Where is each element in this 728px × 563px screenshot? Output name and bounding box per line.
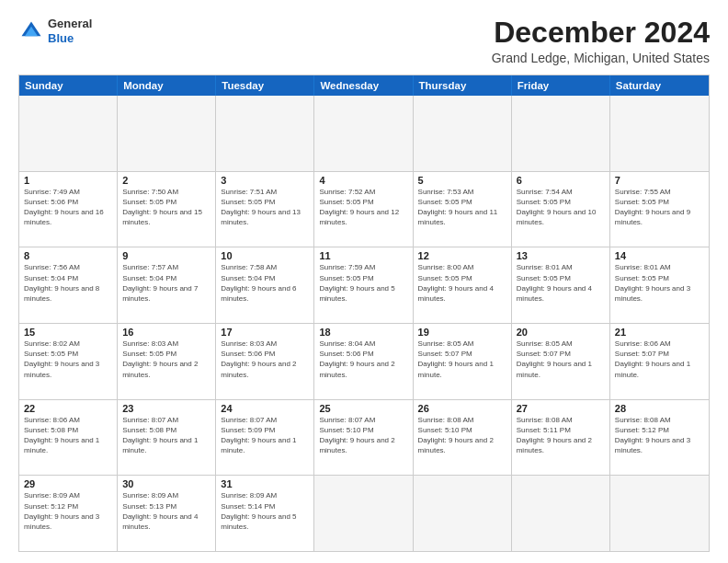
table-row: 21Sunrise: 8:06 AM Sunset: 5:07 PM Dayli… (610, 324, 709, 399)
day-number: 7 (615, 175, 704, 186)
calendar-body: 1Sunrise: 7:49 AM Sunset: 5:06 PM Daylig… (19, 96, 709, 551)
table-row: 15Sunrise: 8:02 AM Sunset: 5:05 PM Dayli… (19, 324, 118, 399)
table-row: 1Sunrise: 7:49 AM Sunset: 5:06 PM Daylig… (19, 172, 118, 247)
day-number: 10 (221, 250, 309, 261)
day-number: 30 (122, 478, 210, 489)
table-row: 23Sunrise: 8:07 AM Sunset: 5:08 PM Dayli… (118, 400, 216, 476)
day-info: Sunrise: 8:08 AM Sunset: 5:10 PM Dayligh… (418, 415, 506, 456)
calendar: Sunday Monday Tuesday Wednesday Thursday… (18, 75, 710, 552)
table-row: 10Sunrise: 7:58 AM Sunset: 5:04 PM Dayli… (216, 247, 314, 323)
day-info: Sunrise: 7:50 AM Sunset: 5:05 PM Dayligh… (122, 187, 210, 228)
day-number: 13 (517, 250, 605, 261)
day-info: Sunrise: 8:03 AM Sunset: 5:05 PM Dayligh… (122, 339, 210, 380)
day-info: Sunrise: 8:03 AM Sunset: 5:06 PM Dayligh… (221, 339, 309, 380)
table-row: 24Sunrise: 8:07 AM Sunset: 5:09 PM Dayli… (216, 400, 314, 476)
day-number: 14 (615, 250, 704, 261)
day-info: Sunrise: 7:55 AM Sunset: 5:05 PM Dayligh… (615, 187, 704, 228)
day-number: 28 (615, 403, 704, 414)
day-number: 20 (517, 327, 605, 338)
table-row (512, 476, 610, 551)
day-number: 23 (122, 403, 210, 414)
header-tuesday: Tuesday (216, 75, 314, 96)
day-info: Sunrise: 7:58 AM Sunset: 5:04 PM Dayligh… (221, 262, 309, 304)
day-info: Sunrise: 7:54 AM Sunset: 5:05 PM Dayligh… (517, 187, 605, 228)
day-number: 17 (221, 327, 309, 338)
day-number: 26 (418, 403, 506, 414)
day-number: 1 (24, 175, 112, 186)
day-info: Sunrise: 8:05 AM Sunset: 5:07 PM Dayligh… (517, 339, 605, 380)
day-info: Sunrise: 8:04 AM Sunset: 5:06 PM Dayligh… (319, 339, 407, 380)
logo-line2: Blue (48, 31, 92, 46)
day-info: Sunrise: 7:56 AM Sunset: 5:04 PM Dayligh… (24, 262, 112, 304)
header-friday: Friday (512, 75, 610, 96)
logo-line1: General (48, 17, 92, 31)
day-info: Sunrise: 7:57 AM Sunset: 5:04 PM Dayligh… (122, 262, 210, 304)
day-info: Sunrise: 7:53 AM Sunset: 5:05 PM Dayligh… (418, 187, 506, 228)
table-row (414, 476, 512, 551)
calendar-row: 15Sunrise: 8:02 AM Sunset: 5:05 PM Dayli… (19, 324, 709, 400)
day-info: Sunrise: 8:06 AM Sunset: 5:08 PM Dayligh… (24, 415, 112, 456)
day-number: 18 (319, 327, 407, 338)
table-row (314, 476, 413, 551)
day-info: Sunrise: 8:01 AM Sunset: 5:05 PM Dayligh… (615, 262, 704, 304)
table-row: 31Sunrise: 8:09 AM Sunset: 5:14 PM Dayli… (216, 476, 314, 551)
day-info: Sunrise: 8:00 AM Sunset: 5:05 PM Dayligh… (418, 262, 506, 304)
calendar-row: 1Sunrise: 7:49 AM Sunset: 5:06 PM Daylig… (19, 172, 709, 248)
table-row: 6Sunrise: 7:54 AM Sunset: 5:05 PM Daylig… (512, 172, 610, 247)
day-info: Sunrise: 8:07 AM Sunset: 5:09 PM Dayligh… (221, 415, 309, 456)
table-row (216, 96, 314, 171)
calendar-row: 8Sunrise: 7:56 AM Sunset: 5:04 PM Daylig… (19, 247, 709, 324)
day-info: Sunrise: 7:51 AM Sunset: 5:05 PM Dayligh… (221, 187, 309, 228)
table-row (19, 96, 118, 171)
day-number: 24 (221, 403, 309, 414)
table-row: 26Sunrise: 8:08 AM Sunset: 5:10 PM Dayli… (414, 400, 512, 476)
table-row: 12Sunrise: 8:00 AM Sunset: 5:05 PM Dayli… (414, 247, 512, 323)
header: General Blue December 2024 Grand Ledge, … (18, 17, 710, 65)
table-row: 11Sunrise: 7:59 AM Sunset: 5:05 PM Dayli… (314, 247, 413, 323)
day-info: Sunrise: 8:08 AM Sunset: 5:11 PM Dayligh… (517, 415, 605, 456)
day-number: 15 (24, 327, 112, 338)
table-row: 3Sunrise: 7:51 AM Sunset: 5:05 PM Daylig… (216, 172, 314, 247)
day-info: Sunrise: 8:01 AM Sunset: 5:05 PM Dayligh… (517, 262, 605, 304)
table-row: 18Sunrise: 8:04 AM Sunset: 5:06 PM Dayli… (314, 324, 413, 399)
table-row (314, 96, 413, 171)
day-info: Sunrise: 7:49 AM Sunset: 5:06 PM Dayligh… (24, 187, 112, 228)
table-row: 9Sunrise: 7:57 AM Sunset: 5:04 PM Daylig… (118, 247, 216, 323)
page: General Blue December 2024 Grand Ledge, … (0, 0, 728, 563)
month-title: December 2024 (492, 17, 710, 49)
table-row (610, 476, 709, 551)
table-row (414, 96, 512, 171)
day-number: 22 (24, 403, 112, 414)
day-number: 9 (122, 250, 210, 261)
table-row: 16Sunrise: 8:03 AM Sunset: 5:05 PM Dayli… (118, 324, 216, 399)
day-info: Sunrise: 8:08 AM Sunset: 5:12 PM Dayligh… (615, 415, 704, 456)
day-number: 25 (319, 403, 407, 414)
day-number: 12 (418, 250, 506, 261)
table-row: 19Sunrise: 8:05 AM Sunset: 5:07 PM Dayli… (414, 324, 512, 399)
table-row: 22Sunrise: 8:06 AM Sunset: 5:08 PM Dayli… (19, 400, 118, 476)
header-monday: Monday (118, 75, 216, 96)
calendar-row: 22Sunrise: 8:06 AM Sunset: 5:08 PM Dayli… (19, 400, 709, 477)
day-number: 27 (517, 403, 605, 414)
day-number: 11 (319, 250, 407, 261)
header-sunday: Sunday (19, 75, 118, 96)
calendar-header: Sunday Monday Tuesday Wednesday Thursday… (19, 75, 709, 96)
header-saturday: Saturday (610, 75, 709, 96)
table-row: 5Sunrise: 7:53 AM Sunset: 5:05 PM Daylig… (414, 172, 512, 247)
day-info: Sunrise: 8:05 AM Sunset: 5:07 PM Dayligh… (418, 339, 506, 380)
logo: General Blue (18, 17, 92, 45)
logo-icon (18, 18, 44, 44)
table-row: 28Sunrise: 8:08 AM Sunset: 5:12 PM Dayli… (610, 400, 709, 476)
day-info: Sunrise: 8:09 AM Sunset: 5:13 PM Dayligh… (122, 490, 210, 532)
day-number: 4 (319, 175, 407, 186)
day-number: 6 (517, 175, 605, 186)
table-row: 29Sunrise: 8:09 AM Sunset: 5:12 PM Dayli… (19, 476, 118, 551)
day-number: 2 (122, 175, 210, 186)
location: Grand Ledge, Michigan, United States (492, 51, 710, 65)
table-row (118, 96, 216, 171)
day-number: 8 (24, 250, 112, 261)
day-info: Sunrise: 7:52 AM Sunset: 5:05 PM Dayligh… (319, 187, 407, 228)
header-thursday: Thursday (414, 75, 512, 96)
table-row: 8Sunrise: 7:56 AM Sunset: 5:04 PM Daylig… (19, 247, 118, 323)
day-number: 29 (24, 478, 112, 489)
